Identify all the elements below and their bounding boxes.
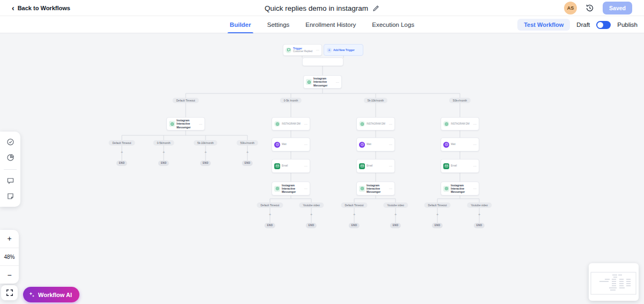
node-menu-icon[interactable]: ⋯ (389, 143, 393, 146)
add-step-button[interactable]: + (310, 213, 313, 217)
node-menu-icon[interactable]: ⋯ (473, 143, 477, 146)
node-menu-icon[interactable]: ⋯ (304, 143, 308, 146)
messenger-node[interactable]: Instagram Interactive Messenger ⋯ (356, 182, 395, 196)
workflow-canvas[interactable]: TriggerCustomer Replied ⋯ + Add New Trig… (0, 33, 644, 304)
add-step-button[interactable]: + (246, 150, 249, 155)
branch-label[interactable]: Default Timeout (108, 140, 135, 146)
node-menu-icon[interactable]: ⋯ (304, 122, 308, 126)
tab-execution-logs[interactable]: Execution Logs (372, 16, 414, 33)
back-to-workflows[interactable]: ‹ Back to Workflows (12, 0, 70, 16)
edit-pencil-icon[interactable] (372, 5, 379, 12)
add-step-button[interactable]: + (394, 213, 397, 217)
test-workflow-button[interactable]: Test Workflow (517, 19, 570, 31)
messenger-icon (306, 79, 312, 85)
trigger-node[interactable]: TriggerCustomer Replied ⋯ (283, 44, 322, 56)
check-circle-icon[interactable] (6, 138, 14, 146)
node-title: INSTAGRAM DM (367, 122, 385, 126)
node-menu-icon[interactable]: ⋯ (199, 122, 203, 126)
branch-label[interactable]: Default Timeout (341, 202, 367, 208)
tab-enrollment-history[interactable]: Enrollment History (305, 16, 356, 33)
node-menu-icon[interactable]: ⋯ (316, 48, 320, 52)
instagram-dm-node[interactable]: INSTAGRAM DM ⋯ (272, 117, 310, 131)
zoom-out-button[interactable]: − (0, 266, 19, 284)
fullscreen-icon (6, 289, 13, 296)
messenger-icon (169, 121, 175, 127)
wait-node[interactable]: Wait ⋯ (356, 137, 395, 151)
notes-icon[interactable] (6, 192, 14, 200)
messenger-node[interactable]: Instagram Interactive Messenger ⋯ (166, 117, 205, 131)
node-title: Wait (367, 143, 371, 146)
zoom-in-button[interactable]: + (0, 230, 19, 248)
node-menu-icon[interactable]: ⋯ (304, 164, 308, 168)
draft-publish-toggle[interactable] (596, 21, 611, 29)
fullscreen-button[interactable] (1, 285, 18, 300)
wait-node[interactable]: Wait ⋯ (441, 137, 479, 151)
node-title: INSTAGRAM DM (282, 122, 301, 126)
messenger-icon (359, 186, 365, 192)
instagram-dm-node[interactable]: INSTAGRAM DM ⋯ (441, 117, 479, 131)
branch-label[interactable]: Youtube video (299, 202, 324, 208)
minimap[interactable] (589, 263, 639, 301)
trigger-subtitle: Customer Replied (293, 50, 312, 53)
branch-label[interactable]: 50k+/month (237, 140, 258, 146)
branch-label[interactable]: 5k-10k/month (364, 98, 387, 103)
branch-label[interactable]: 50k+/month (449, 98, 471, 103)
node-title: Email (451, 164, 457, 168)
messenger-node-root[interactable]: Instagram Interactive Messenger ⋯ (303, 75, 342, 89)
branch-label[interactable]: Default Timeout (424, 202, 450, 208)
email-node[interactable]: Email ⋯ (441, 159, 479, 173)
tab-builder[interactable]: Builder (230, 16, 251, 33)
comment-icon[interactable] (6, 177, 14, 185)
instagram-dm-node[interactable]: INSTAGRAM DM ⋯ (356, 117, 395, 131)
email-node[interactable]: Email ⋯ (356, 159, 395, 173)
add-step-button[interactable]: + (353, 213, 356, 217)
add-step-button[interactable]: + (436, 213, 439, 217)
node-title: INSTAGRAM DM (451, 122, 470, 126)
add-step-button[interactable]: + (478, 213, 481, 217)
email-icon (359, 163, 365, 169)
add-step-button[interactable]: + (204, 150, 207, 155)
end-marker: END (306, 223, 317, 228)
node-menu-icon[interactable]: ⋯ (473, 187, 477, 190)
node-menu-icon[interactable]: ⋯ (389, 122, 393, 126)
end-marker: END (116, 161, 127, 166)
saved-button[interactable]: Saved (603, 2, 632, 15)
instagram-icon (274, 121, 280, 127)
branch-label[interactable]: Youtube video (467, 202, 492, 208)
branch-label[interactable]: Youtube video (383, 202, 408, 208)
node-title: Wait (282, 143, 287, 146)
tab-settings[interactable]: Settings (267, 16, 290, 33)
node-title: Instagram Interactive Messenger (313, 77, 334, 87)
node-title: Email (367, 164, 372, 168)
node-menu-icon[interactable]: ⋯ (473, 122, 477, 126)
add-new-trigger-button[interactable]: + Add New Trigger (324, 44, 363, 56)
add-step-button[interactable]: + (269, 213, 272, 217)
add-step-button[interactable]: + (163, 150, 165, 155)
node-menu-icon[interactable]: ⋯ (389, 164, 393, 168)
branch-label[interactable]: 5k-10k/month (194, 140, 217, 146)
branch-label[interactable]: Default Timeout (257, 202, 283, 208)
messenger-node[interactable]: Instagram Interactive Messenger ⋯ (272, 182, 310, 196)
pie-chart-icon[interactable] (6, 154, 14, 162)
node-title: Instagram Interactive Messenger (177, 119, 197, 129)
messenger-icon (274, 186, 280, 192)
branch-label[interactable]: 0-5k/month (153, 140, 174, 146)
branch-label[interactable]: Default Timeout (172, 98, 199, 103)
workflow-ai-button[interactable]: Workflow AI (23, 287, 79, 302)
node-menu-icon[interactable]: ⋯ (336, 81, 340, 84)
collapsed-node[interactable] (302, 57, 343, 66)
avatar[interactable]: AS (564, 2, 577, 15)
wait-node[interactable]: Wait ⋯ (272, 137, 310, 151)
history-clock-icon[interactable] (586, 4, 594, 12)
end-marker: END (200, 161, 211, 166)
node-menu-icon[interactable]: ⋯ (473, 164, 477, 168)
add-step-button[interactable]: + (121, 150, 123, 155)
email-node[interactable]: Email ⋯ (272, 159, 310, 173)
end-marker: END (242, 161, 253, 166)
node-title: Instagram Interactive Messenger (282, 184, 303, 194)
node-menu-icon[interactable]: ⋯ (389, 187, 393, 190)
messenger-node[interactable]: Instagram Interactive Messenger ⋯ (441, 182, 479, 196)
branch-label[interactable]: 0-5k /month (280, 98, 302, 103)
node-menu-icon[interactable]: ⋯ (304, 187, 308, 190)
node-title: Instagram Interactive Messenger (451, 184, 472, 194)
